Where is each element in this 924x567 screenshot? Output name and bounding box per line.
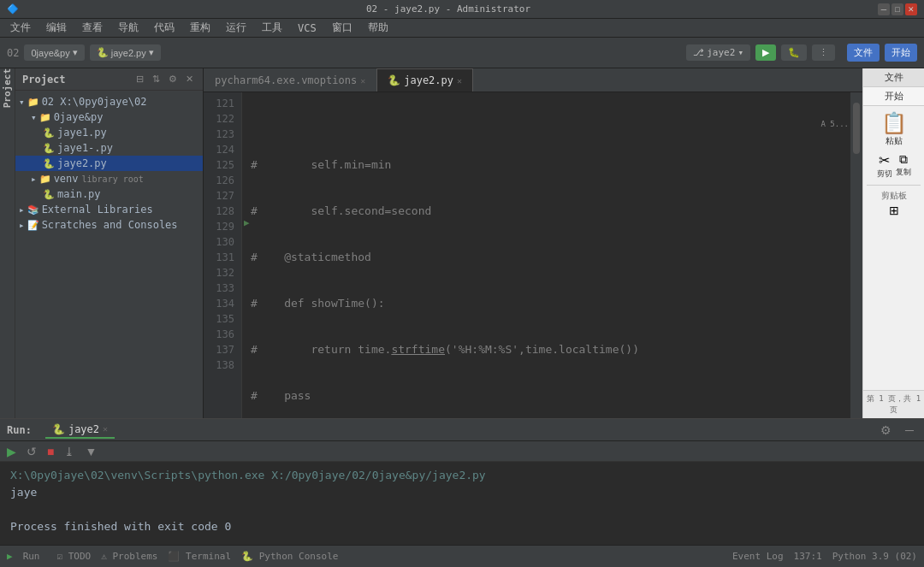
start-button[interactable]: 开始 — [885, 44, 917, 62]
terminal-tab[interactable]: ⬛ Terminal — [168, 551, 231, 562]
code-line-122: # self.second=second — [251, 204, 842, 219]
project-selector[interactable]: 0jaye&py ▾ — [24, 44, 84, 61]
sort-button[interactable]: ⇅ — [150, 73, 163, 86]
problems-tab[interactable]: ⚠ Problems — [101, 551, 157, 562]
py-icon3: 🐍 — [43, 158, 55, 169]
status-right: Event Log 137:1 Python 3.9 (02) — [732, 551, 917, 562]
todo-tab[interactable]: ☑ TODO — [57, 551, 92, 562]
run-play-button[interactable]: ▶ — [3, 443, 20, 460]
project-tree: ▾ 📁 02 X:\0py0jaye\02 ▾ 📁 0jaye&py 🐍 jay… — [15, 91, 203, 418]
tree-item-ojayepy[interactable]: ▾ 📁 0jaye&py — [15, 109, 203, 125]
debug-button[interactable]: 🐛 — [781, 44, 807, 61]
tree-item-jaye2py[interactable]: 🐍 jaye2.py — [15, 156, 203, 171]
run-tab-close[interactable]: ✕ — [103, 424, 108, 434]
menu-edit[interactable]: 编辑 — [39, 19, 74, 37]
venv-library-label: library root — [82, 174, 144, 184]
app-icon: 🔷 — [7, 3, 19, 15]
menu-window[interactable]: 窗口 — [325, 19, 359, 37]
library-icon: 📚 — [27, 204, 39, 216]
paste-button[interactable]: 📋 粘贴 — [881, 111, 907, 147]
copy-label: 复制 — [896, 167, 911, 178]
tree-item-scratches[interactable]: ▸ 📝 Scratches and Consoles — [15, 217, 203, 233]
tab-jaye2py[interactable]: 🐍 jaye2.py ✕ — [376, 68, 473, 92]
right-panel: 文件 开始 📋 粘贴 ✂ 剪切 ⧉ 复制 剪贴板 ⊞ — [862, 68, 924, 418]
clipboard-area: 📋 粘贴 ✂ 剪切 ⧉ 复制 剪贴板 ⊞ — [863, 106, 924, 390]
editor-area: pycharm64.exe.vmoptions ✕ 🐍 jaye2.py ✕ 1… — [204, 68, 862, 418]
tree-item-jaye1py[interactable]: 🐍 jaye1.py — [15, 125, 203, 140]
menu-tools[interactable]: 工具 — [255, 19, 289, 37]
format-button[interactable]: ⊞ — [889, 204, 899, 217]
file-tab-selector[interactable]: 🐍 jaye2.py ▾ — [90, 44, 161, 61]
window-controls[interactable]: ─ □ ✕ — [878, 3, 917, 15]
status-bar: ▶ Run ☑ TODO ⚠ Problems ⬛ Terminal 🐍 Pyt… — [0, 545, 924, 567]
title-bar: 🔷 02 - jaye2.py - Administrator ─ □ ✕ — [0, 0, 924, 19]
branch-icon: ⎇ — [693, 47, 704, 58]
run-output-empty — [10, 501, 914, 518]
folder-icon: 📁 — [27, 97, 39, 108]
tree-item-jaye1minuspy[interactable]: 🐍 jaye1-.py — [15, 140, 203, 156]
code-editor[interactable]: 121 122 123 124 125 126 127 128 129 130 … — [204, 92, 862, 418]
run-label: Run: — [7, 424, 32, 436]
project-header: Project ⊟ ⇅ ⚙ ✕ — [15, 68, 203, 91]
menu-view[interactable]: 查看 — [75, 19, 110, 37]
run-output-result: jaye — [10, 484, 914, 501]
settings-button[interactable]: ⚙ — [166, 73, 180, 86]
branch-selector[interactable]: ⎇ jaye2 ▾ — [686, 44, 750, 61]
folder-expand-icon2: ▾ — [31, 112, 37, 123]
tree-item-mainpy[interactable]: 🐍 main.py — [15, 186, 203, 202]
clipboard-actions: ✂ 剪切 ⧉ 复制 — [877, 152, 911, 180]
editor-scrollbar[interactable]: A 5... — [850, 92, 862, 418]
status-left: ▶ Run ☑ TODO ⚠ Problems ⬛ Terminal 🐍 Pyt… — [7, 551, 338, 562]
menu-run[interactable]: 运行 — [219, 19, 253, 37]
tab-py-icon: 🐍 — [388, 74, 400, 86]
clipboard-title: 文件 — [863, 68, 924, 87]
close-button[interactable]: ✕ — [905, 3, 917, 15]
more-actions-button[interactable]: ⋮ — [812, 44, 835, 61]
collapse-all-button[interactable]: ⊟ — [133, 73, 146, 86]
toolbar: 02 0jaye&py ▾ 🐍 jaye2.py ▾ ⎇ jaye2 ▾ ▶ 🐛… — [0, 38, 924, 68]
cursor-position: 137:1 — [794, 551, 822, 562]
tree-item-ext-libs[interactable]: ▸ 📚 External Libraries — [15, 202, 203, 217]
run-filter-button[interactable]: ▼ — [81, 443, 100, 460]
copy-button[interactable]: ⧉ 复制 — [896, 152, 911, 180]
python-version[interactable]: Python 3.9 (02) — [832, 551, 917, 562]
menu-file[interactable]: 文件 — [3, 19, 38, 37]
menu-code[interactable]: 代码 — [147, 19, 181, 37]
format-icon: ⊞ — [889, 204, 899, 217]
copy-icon: ⧉ — [899, 152, 908, 167]
tab-vmoptions-close[interactable]: ✕ — [360, 76, 365, 86]
menu-help[interactable]: 帮助 — [361, 19, 395, 37]
tree-label-ext-libs: External Libraries — [42, 204, 153, 216]
project-number: 02 — [7, 47, 19, 59]
run-rerun-button[interactable]: ↺ — [23, 443, 40, 460]
run-output-command: X:\0py0jaye\02\venv\Scripts\python.exe X… — [10, 467, 914, 484]
run-minimize-button[interactable]: ─ — [902, 422, 917, 439]
file-button[interactable]: 文件 — [847, 44, 880, 62]
minimize-button[interactable]: ─ — [878, 3, 890, 15]
menu-vcs[interactable]: VCS — [291, 21, 323, 36]
run-output-exit: Process finished with exit code 0 — [10, 518, 914, 535]
run-stop-button[interactable]: ■ — [44, 443, 57, 460]
menu-navigate[interactable]: 导航 — [111, 19, 145, 37]
close-panel-button[interactable]: ✕ — [183, 73, 196, 86]
python-console-tab[interactable]: 🐍 Python Console — [241, 551, 338, 562]
tab-jaye2py-close[interactable]: ✕ — [457, 76, 462, 86]
run-button[interactable]: ▶ — [755, 44, 776, 61]
project-vertical-label[interactable]: Project — [2, 68, 13, 113]
code-content[interactable]: ▶ # self.min=min # self.second=second # … — [242, 92, 850, 418]
run-scroll-button[interactable]: ⤓ — [61, 443, 78, 460]
tree-item-venv[interactable]: ▸ 📁 venv library root — [15, 171, 203, 186]
tab-vmoptions[interactable]: pycharm64.exe.vmoptions ✕ — [204, 68, 376, 92]
cut-button[interactable]: ✂ 剪切 — [877, 152, 892, 180]
run-tab-jaye2[interactable]: 🐍 jaye2 ✕ — [45, 422, 115, 439]
maximize-button[interactable]: □ — [891, 3, 903, 15]
run-settings-button[interactable]: ⚙ — [877, 422, 895, 439]
chevron-down-icon3: ▾ — [737, 47, 743, 58]
tree-item-root[interactable]: ▾ 📁 02 X:\0py0jaye\02 — [15, 94, 203, 109]
menu-refactor[interactable]: 重构 — [183, 19, 217, 37]
chevron-down-icon2: ▾ — [149, 47, 154, 58]
gutter-marker-129: ▶ — [244, 216, 250, 231]
run-status-icon: ▶ — [7, 551, 13, 562]
event-log[interactable]: Event Log — [732, 551, 784, 562]
file-name-toolbar: jaye2.py — [111, 48, 146, 58]
